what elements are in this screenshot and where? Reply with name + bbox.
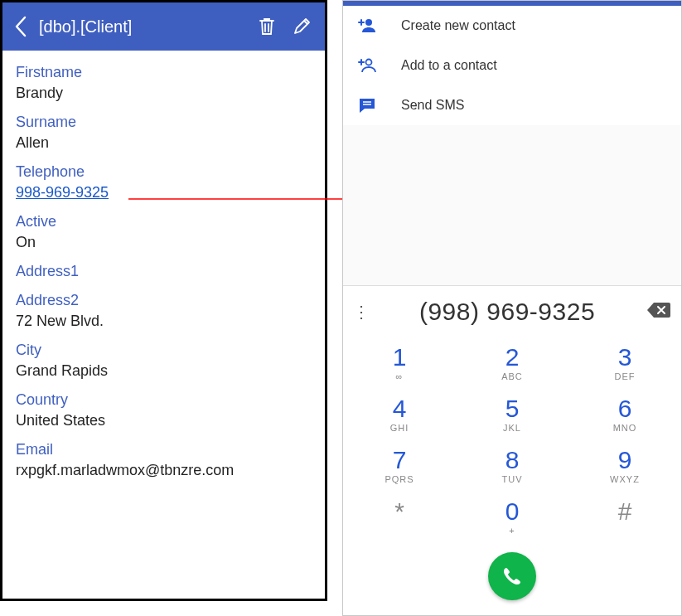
field-value-city: Grand Rapids (16, 362, 312, 380)
dialpad-key-num: # (568, 499, 681, 524)
dialpad: 1∞2ABC3DEF4GHI5JKL6MNO7PQRS8TUV9WXYZ*0+# (343, 337, 681, 542)
field-value-country: United States (16, 412, 312, 429)
dialpad-key-*[interactable]: * (343, 491, 456, 542)
field-value-surname: Allen (16, 134, 312, 152)
fields-list: Firstname Brandy Surname Allen Telephone… (2, 51, 325, 494)
dialpad-key-sub: MNO (568, 423, 681, 434)
header-title: [dbo].[Client] (39, 17, 244, 36)
call-row (343, 542, 681, 615)
field-value-active: On (16, 234, 312, 251)
dialpad-key-num: 9 (568, 448, 681, 473)
action-label: Create new contact (401, 18, 515, 33)
action-send-sms[interactable]: Send SMS (343, 85, 681, 125)
dialpad-key-sub: + (456, 526, 568, 537)
dialpad-key-num: 4 (343, 396, 456, 421)
call-button[interactable] (488, 552, 536, 600)
field-label-surname: Surname (16, 109, 312, 131)
dialpad-key-num: 5 (456, 396, 568, 421)
more-options-button[interactable]: ⋮ (353, 302, 368, 322)
back-button[interactable] (14, 16, 27, 37)
svg-point-2 (365, 19, 372, 26)
dialpad-key-sub: PQRS (343, 474, 456, 486)
field-label-address2: Address2 (16, 287, 312, 309)
dialpad-key-3[interactable]: 3DEF (568, 337, 681, 388)
dialpad-key-sub: ABC (456, 371, 568, 383)
dialpad-key-6[interactable]: 6MNO (568, 388, 681, 439)
dialpad-key-num: 0 (456, 499, 568, 524)
dialpad-key-2[interactable]: 2ABC (456, 337, 568, 388)
field-label-email: Email (16, 436, 312, 458)
action-create-contact[interactable]: Create new contact (343, 6, 681, 46)
dialpad-key-4[interactable]: 4GHI (343, 388, 456, 439)
dialpad-key-sub: TUV (456, 474, 568, 486)
dialer-panel: Create new contact Add to a contact Send… (342, 0, 682, 616)
dialpad-key-num: 8 (456, 448, 568, 473)
dialpad-key-sub: WXYZ (568, 474, 681, 486)
action-add-to-contact[interactable]: Add to a contact (343, 46, 681, 85)
dialpad-key-0[interactable]: 0+ (456, 491, 568, 542)
telephone-link[interactable]: 998-969-9325 (16, 184, 109, 201)
svg-point-3 (366, 60, 372, 65)
field-label-city: City (16, 337, 312, 359)
field-label-telephone: Telephone (16, 158, 312, 181)
field-label-firstname: Firstname (16, 59, 312, 81)
message-icon (356, 97, 378, 114)
field-label-address1: Address1 (16, 258, 312, 280)
person-add-icon (356, 17, 378, 34)
dialpad-key-1[interactable]: 1∞ (343, 337, 456, 388)
dialpad-key-8[interactable]: 8TUV (456, 439, 568, 491)
dialpad-key-sub (343, 526, 456, 537)
field-value-email: rxpgkf.marladwmox@tbnzre.com (16, 462, 312, 479)
field-label-active: Active (16, 208, 312, 230)
dialpad-key-sub: JKL (456, 423, 568, 434)
field-label-country: Country (16, 386, 312, 409)
person-add-outline-icon (356, 57, 378, 74)
dialpad-key-sub: ∞ (343, 371, 456, 383)
dialpad-key-7[interactable]: 7PQRS (343, 439, 456, 491)
dialpad-key-num: 6 (568, 396, 681, 421)
field-value-address2: 72 New Blvd. (16, 313, 312, 330)
dialpad-key-9[interactable]: 9WXYZ (568, 439, 681, 491)
record-detail-panel: [dbo].[Client] Firstname Brandy Surname … (0, 0, 327, 601)
number-display-bar: ⋮ (998) 969-9325 (343, 285, 681, 337)
empty-space (343, 125, 681, 285)
dialpad-key-num: 2 (456, 345, 568, 370)
dialpad-key-sub (568, 526, 681, 537)
dialpad-key-num: 7 (343, 448, 456, 473)
dialpad-key-num: 3 (568, 345, 681, 370)
edit-button[interactable] (290, 17, 313, 36)
action-label: Send SMS (401, 98, 464, 113)
delete-button[interactable] (255, 17, 278, 36)
header-bar: [dbo].[Client] (2, 2, 325, 51)
field-value-firstname: Brandy (16, 85, 312, 102)
dialed-number: (998) 969-9325 (378, 298, 636, 326)
action-label: Add to a contact (401, 58, 497, 73)
dialpad-key-num: 1 (343, 345, 456, 370)
dialpad-key-sub: GHI (343, 423, 456, 434)
backspace-button[interactable] (646, 301, 671, 323)
dialpad-key-num: * (343, 499, 456, 524)
dialpad-key-5[interactable]: 5JKL (456, 388, 568, 439)
dialpad-key-#[interactable]: # (568, 491, 681, 542)
dialpad-key-sub: DEF (568, 371, 681, 383)
